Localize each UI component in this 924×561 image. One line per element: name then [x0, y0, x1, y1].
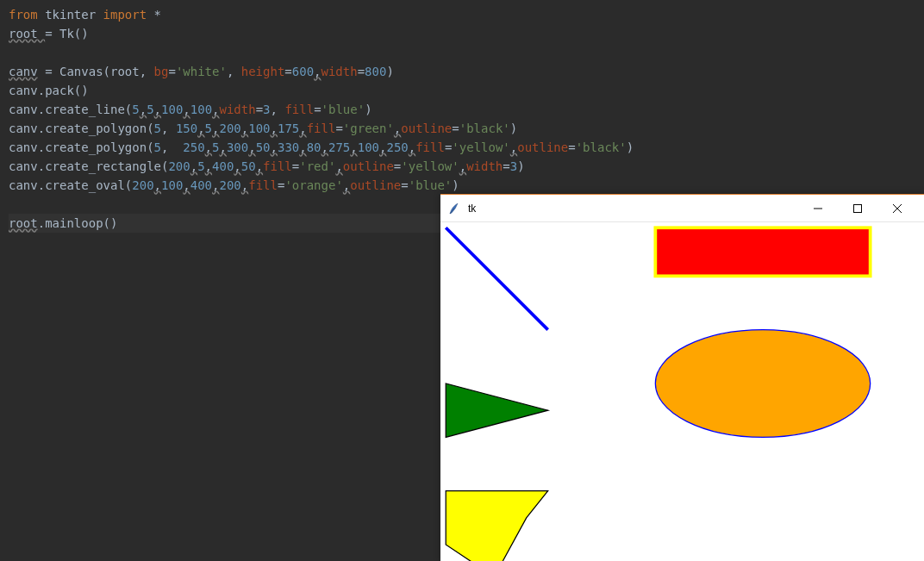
module-name: tkinter: [38, 8, 103, 22]
window-title: tk: [468, 203, 798, 215]
canvas-line: [446, 228, 547, 329]
minimize-button[interactable]: [798, 196, 838, 221]
maximize-button[interactable]: [838, 196, 877, 221]
window-controls: [798, 196, 917, 221]
canvas-area: [440, 222, 924, 561]
close-button[interactable]: [877, 196, 917, 221]
window-titlebar[interactable]: tk: [440, 195, 924, 222]
code-line[interactable]: canv.create_line(5,5,100,100,width=3, fi…: [9, 100, 915, 119]
var-canv: canv: [9, 65, 38, 78]
code-line-empty[interactable]: [9, 43, 915, 62]
keyword-import: import: [103, 8, 147, 22]
code-line[interactable]: canv.create_polygon(5, 150,5,200,100,175…: [9, 119, 915, 138]
code-line[interactable]: canv.pack(): [9, 81, 915, 100]
code-line[interactable]: canv.create_polygon(5, 250,5,300,50,330,…: [9, 138, 915, 157]
canvas-polygon: [446, 491, 547, 561]
svg-rect-2: [854, 204, 862, 212]
code-line[interactable]: root = Tk(): [9, 24, 915, 43]
tk-feather-icon: [447, 202, 461, 215]
canvas-rectangle: [655, 228, 870, 276]
canvas-oval: [655, 330, 870, 438]
var-root: root: [9, 27, 45, 41]
star: *: [147, 8, 161, 22]
code-line[interactable]: from tkinter import *: [9, 5, 915, 24]
canvas-triangle: [446, 383, 547, 437]
code-line[interactable]: canv.create_rectangle(200,5,400,50,fill=…: [9, 157, 915, 176]
code-line[interactable]: canv.create_oval(200,100,400,200,fill='o…: [9, 176, 915, 195]
code-line[interactable]: canv = Canvas(root, bg='white', height=6…: [9, 62, 915, 81]
tk-window[interactable]: tk: [440, 194, 924, 561]
tk-canvas: [440, 222, 924, 561]
tk-ctor: Tk(): [59, 27, 89, 41]
assign: =: [45, 27, 59, 41]
keyword-from: from: [9, 8, 38, 22]
